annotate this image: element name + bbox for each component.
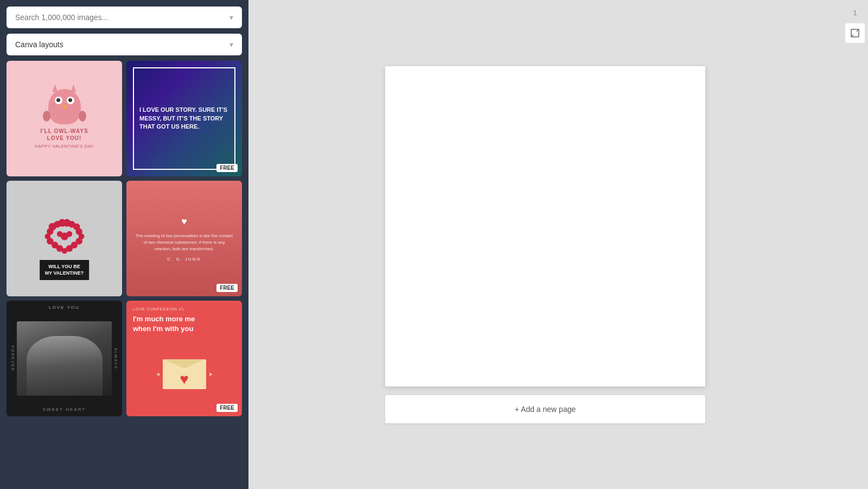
free-badge-story: FREE xyxy=(216,164,238,172)
sweetheart-top-text: LOVE YOU xyxy=(49,305,80,310)
sweetheart-left-text: FOREVER xyxy=(11,346,15,372)
free-badge-jung: FREE xyxy=(216,284,238,292)
confession-label: LOVE CONFESSION #1 xyxy=(133,307,235,311)
sweetheart-photo xyxy=(17,321,112,396)
template-grid: I'LL OWL-WAYSLOVE YOU! HAPPY VALENTINE'S… xyxy=(7,61,242,416)
layout-dropdown[interactable]: Canva layouts ▾ xyxy=(7,34,242,55)
envelope-area: ♥ ◂ ▸ xyxy=(133,338,235,410)
page-number: 1 xyxy=(853,9,857,17)
story-text: I LOVE OUR STORY. SURE IT'S MESSY, BUT I… xyxy=(139,106,229,131)
canvas-page[interactable] xyxy=(385,66,705,386)
layout-label: Canva layouts xyxy=(15,40,63,49)
right-controls-panel: 1 xyxy=(842,0,868,489)
add-page-button[interactable]: + Add a new page xyxy=(385,395,705,423)
template-card-jung[interactable]: ♥ The meeting of two personalities is li… xyxy=(126,181,242,296)
sweetheart-right-text: ALWAYS xyxy=(114,348,118,370)
valentine-text: WILL YOU BEMY VALENTINE? xyxy=(40,260,90,280)
search-input[interactable] xyxy=(15,13,229,22)
story-border: I LOVE OUR STORY. SURE IT'S MESSY, BUT I… xyxy=(133,67,235,170)
resize-button[interactable] xyxy=(845,23,865,43)
heart-flowers-svg xyxy=(40,217,89,261)
svg-point-18 xyxy=(56,231,62,237)
jung-heart-icon: ♥ xyxy=(181,216,187,227)
search-dropdown-icon: ▾ xyxy=(229,13,233,22)
owl-sub-text: HAPPY VALENTINE'S DAY xyxy=(35,144,94,149)
jung-author-text: C. G. JUNG xyxy=(167,257,201,262)
svg-point-19 xyxy=(66,231,72,237)
free-badge-confession: FREE xyxy=(216,404,238,412)
confession-text: I'm much more mewhen I'm with you xyxy=(133,314,235,334)
owl-main-text: I'LL OWL-WAYSLOVE YOU! xyxy=(40,128,88,142)
template-card-sweetheart[interactable]: LOVE YOU FOREVER ALWAYS SWEET HEART xyxy=(7,301,122,416)
layout-chevron-icon: ▾ xyxy=(229,40,233,49)
canvas-area: + Add a new page xyxy=(248,0,842,489)
template-card-story[interactable]: I LOVE OUR STORY. SURE IT'S MESSY, BUT I… xyxy=(126,61,242,176)
resize-icon xyxy=(850,28,860,38)
sweetheart-bottom-text: SWEET HEART xyxy=(43,407,86,412)
search-bar[interactable]: ▾ xyxy=(7,7,242,28)
template-card-confession[interactable]: LOVE CONFESSION #1 I'm much more mewhen … xyxy=(126,301,242,416)
template-card-valentine[interactable]: WILL YOU BEMY VALENTINE? xyxy=(7,181,122,296)
template-card-owl[interactable]: I'LL OWL-WAYSLOVE YOU! HAPPY VALENTINE'S… xyxy=(7,61,122,176)
envelope-illustration: ♥ ◂ ▸ xyxy=(163,359,206,389)
owl-illustration xyxy=(48,89,81,124)
svg-point-16 xyxy=(58,219,66,226)
jung-quote-text: The meeting of two personalities is like… xyxy=(135,233,233,252)
sidebar: ▾ Canva layouts ▾ xyxy=(0,0,248,489)
